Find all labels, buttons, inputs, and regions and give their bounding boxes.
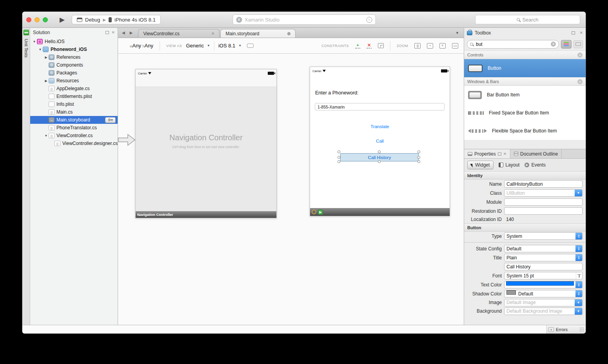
selection-handle[interactable]: [417, 150, 420, 153]
image-input[interactable]: [505, 299, 575, 306]
compact-view-button[interactable]: [574, 40, 583, 48]
close-pad-icon[interactable]: ✕: [112, 30, 115, 34]
collapse-section-icon[interactable]: ▲: [577, 53, 583, 58]
expander-down-icon[interactable]: ▼: [44, 134, 48, 138]
call-button[interactable]: Call: [310, 139, 450, 143]
expander-right-icon[interactable]: ▶: [44, 79, 48, 83]
dock-pad-icon[interactable]: [105, 31, 109, 34]
tree-item-info-plist[interactable]: Info.plist: [30, 100, 118, 108]
view-as-device-dropdown[interactable]: Generic: [186, 43, 204, 49]
tree-item-resources[interactable]: ▶Resources: [30, 77, 118, 85]
run-button[interactable]: ▶: [60, 16, 65, 23]
global-search-input[interactable]: Search: [475, 15, 580, 24]
orientation-icon[interactable]: [247, 43, 254, 48]
font-field[interactable]: System 15 pt T: [504, 272, 583, 279]
stepper-icon[interactable]: ▲▼: [575, 233, 582, 239]
tab-main-storyboard[interactable]: Main.storyboard: [220, 29, 296, 38]
state-config-select[interactable]: Default ▲▼: [504, 245, 583, 252]
storyboard-canvas[interactable]: Carrier Navigation Controller Ctrl+drag …: [118, 54, 464, 325]
tree-item-references[interactable]: ▶References: [30, 53, 118, 61]
close-pad-icon[interactable]: ✕: [503, 152, 506, 156]
navigation-controller-scene[interactable]: Carrier Navigation Controller Ctrl+drag …: [135, 69, 277, 218]
stepper-icon[interactable]: ▲▼: [575, 254, 582, 261]
selection-handle[interactable]: [338, 150, 340, 153]
chevron-down-icon[interactable]: ▼: [575, 190, 582, 196]
title-text-input[interactable]: [504, 263, 583, 270]
toolbox-item-bar-button-item[interactable]: Bar Button Item: [464, 86, 586, 104]
selection-handle[interactable]: [417, 160, 420, 163]
tree-item-appdelegate-cs[interactable]: AppDelegate.cs: [30, 85, 118, 92]
translate-button[interactable]: Translate: [310, 124, 450, 129]
font-picker-icon[interactable]: T: [576, 272, 582, 279]
background-input[interactable]: [505, 308, 575, 315]
selection-handle[interactable]: [338, 156, 340, 159]
stepper-icon[interactable]: ▲▼: [575, 245, 582, 252]
size-class-selector[interactable]: wAny hAny: [130, 43, 153, 49]
navigation-controller-body[interactable]: Navigation Controller Ctrl+drag from her…: [136, 87, 276, 211]
chevron-down-icon[interactable]: ▼: [575, 299, 582, 306]
toolbox-item-button[interactable]: Button: [464, 59, 586, 77]
selection-handle[interactable]: [338, 160, 340, 163]
class-combo[interactable]: ▼: [504, 189, 583, 197]
type-select[interactable]: System ▲▼: [504, 232, 583, 240]
dock-pad-icon[interactable]: [498, 152, 501, 156]
zoom-in-button[interactable]: +: [439, 43, 446, 49]
add-constraint-button[interactable]: +: [355, 43, 360, 49]
zoom-out-button[interactable]: −: [427, 43, 433, 49]
layout-mode-button[interactable]: Layout: [499, 162, 519, 168]
item-options-gear-button[interactable]: ⚙▾: [105, 117, 116, 123]
stepper-icon[interactable]: ▲▼: [575, 281, 582, 288]
close-window-button[interactable]: [26, 17, 31, 22]
zoom-fit-button[interactable]: [ ]: [414, 43, 421, 49]
selection-handle[interactable]: [378, 150, 381, 153]
expander-down-icon[interactable]: ▼: [38, 48, 42, 51]
forward-icon[interactable]: ▶: [130, 31, 133, 35]
toolbox-search-field[interactable]: ✕: [467, 40, 559, 49]
tree-item-phoneword-ios[interactable]: ▼Phoneword_iOS: [30, 45, 118, 53]
update-icon[interactable]: ↑: [366, 17, 372, 23]
tab-document-outline[interactable]: Document Outline: [510, 149, 562, 158]
minimize-window-button[interactable]: [34, 17, 40, 22]
expander-down-icon[interactable]: ▼: [32, 40, 36, 43]
unit-tests-dock[interactable]: Unit Tests: [22, 28, 30, 325]
tree-item-components[interactable]: Components: [30, 61, 118, 69]
identity-section-header[interactable]: Identity: [464, 171, 586, 179]
categorized-view-button[interactable]: [561, 40, 572, 49]
remove-constraint-button[interactable]: ✕: [367, 43, 372, 49]
class-input[interactable]: [505, 190, 575, 196]
errors-pad-toggle[interactable]: ▲ Errors: [547, 325, 586, 333]
collapse-section-icon[interactable]: ▲: [577, 79, 583, 84]
os-version-dropdown[interactable]: iOS 8.1: [218, 43, 235, 49]
tab-list-dropdown-icon[interactable]: ▼: [456, 31, 459, 35]
button-section-header[interactable]: Button: [464, 223, 586, 232]
chevron-down-icon[interactable]: ▼: [238, 44, 241, 47]
chevron-down-icon[interactable]: ▼: [207, 44, 210, 47]
zoom-window-button[interactable]: [43, 17, 48, 22]
stepper-icon[interactable]: ▲▼: [575, 290, 582, 297]
tree-item-hello-ios[interactable]: ▼Hello.iOS: [30, 38, 118, 45]
toolbox-item-fixed-space-bar-button-item[interactable]: Fixed Space Bar Button Item: [464, 104, 586, 122]
shadow-color-select[interactable]: Default ▲▼: [504, 290, 583, 297]
tree-item-entitlements-plist[interactable]: Entitlements.plist: [30, 92, 118, 100]
name-input[interactable]: [504, 180, 583, 188]
tree-item-phonetranslator-cs[interactable]: PhoneTranslator.cs: [30, 124, 118, 132]
phoneword-text-field[interactable]: [315, 103, 445, 110]
restoration-id-input[interactable]: [504, 207, 583, 215]
tab-close-icon[interactable]: ✕: [211, 31, 214, 36]
toolbox-section-controls[interactable]: Controls▲: [464, 51, 586, 59]
selection-handle[interactable]: [417, 156, 420, 159]
update-frames-button[interactable]: [378, 43, 384, 48]
widget-mode-button[interactable]: Widget: [467, 161, 494, 169]
tree-item-main-storyboard[interactable]: Main.storyboard⚙▾: [30, 116, 118, 124]
title-type-select[interactable]: Plain ▲▼: [504, 254, 583, 261]
tab-properties[interactable]: Properties ✕: [464, 149, 510, 158]
tree-item-viewcontroller-cs[interactable]: ▼ViewController.cs: [30, 132, 118, 139]
image-combo[interactable]: ▼: [504, 299, 583, 306]
module-input[interactable]: [504, 198, 583, 206]
toolbox-section-windows-bars[interactable]: Windows & Bars▲: [464, 77, 586, 86]
toolbox-search-input[interactable]: [475, 41, 549, 47]
chevron-down-icon[interactable]: ▼: [575, 308, 582, 315]
resize-grip[interactable]: [579, 327, 584, 332]
dock-pad-icon[interactable]: [572, 31, 575, 34]
tree-item-packages[interactable]: Packages: [30, 69, 118, 77]
